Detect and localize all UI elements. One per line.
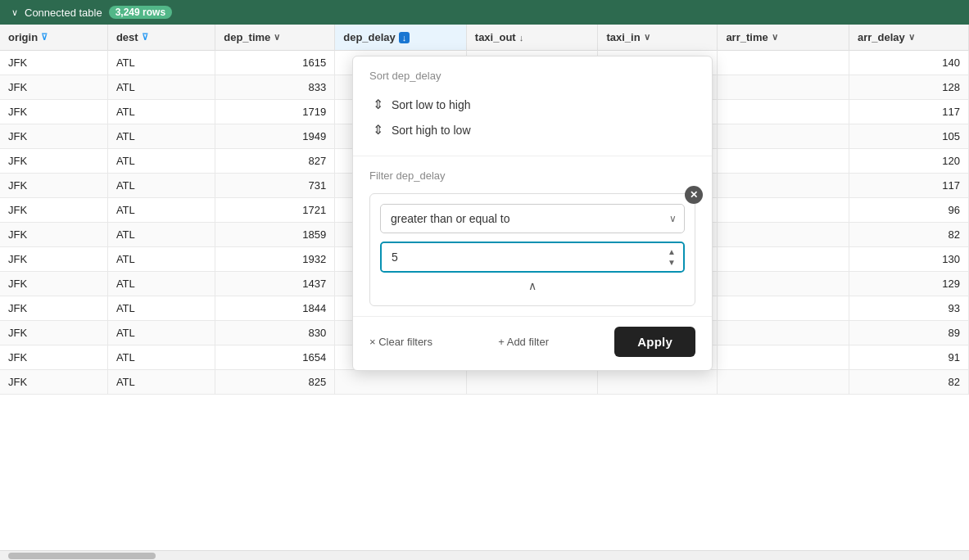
- sort-high-label: Sort high to low: [392, 124, 471, 137]
- col-header-dep-time[interactable]: dep_time ∨: [215, 25, 335, 51]
- taxi-in-label: taxi_in: [606, 31, 640, 43]
- taxi-out-sort-icon[interactable]: ↓: [519, 33, 524, 43]
- arr-delay-sort-icon[interactable]: ∨: [908, 32, 915, 43]
- sort-desc-icon: ⇕: [373, 122, 383, 138]
- banner-chevron-icon: ∨: [11, 7, 18, 18]
- dep-delay-sort-icon[interactable]: ↓: [399, 32, 410, 43]
- close-filter-button[interactable]: ✕: [685, 186, 703, 204]
- spinner-up-button[interactable]: ▲: [665, 247, 678, 257]
- collapse-row: ∧: [380, 273, 685, 296]
- sort-low-label: Sort low to high: [392, 98, 471, 111]
- dep-time-sort-icon[interactable]: ∨: [274, 32, 280, 43]
- filter-operator-select[interactable]: equalsnot equal toless thanless than or …: [380, 204, 685, 233]
- table-container: origin ⊽ dest ⊽ dep_time ∨: [0, 25, 969, 560]
- panel-footer: × Clear filters + Add filter Apply: [353, 316, 712, 370]
- origin-label: origin: [8, 31, 38, 43]
- filter-row: ✕ equalsnot equal toless thanless than o…: [369, 193, 695, 306]
- horizontal-scrollbar[interactable]: [0, 550, 969, 560]
- table-row: JFKATL82582: [0, 370, 969, 395]
- col-header-origin[interactable]: origin ⊽: [0, 25, 107, 51]
- origin-filter-icon[interactable]: ⊽: [41, 32, 48, 43]
- scrollbar-thumb[interactable]: [8, 553, 156, 559]
- arr-delay-label: arr_delay: [858, 31, 905, 43]
- col-header-dep-delay[interactable]: dep_delay ↓: [335, 25, 467, 51]
- col-header-taxi-in[interactable]: taxi_in ∨: [598, 25, 718, 51]
- dep-delay-label: dep_delay: [343, 31, 396, 43]
- spinner-down-button[interactable]: ▼: [665, 258, 678, 268]
- filter-section: Filter dep_delay ✕ equalsnot equal toles…: [353, 156, 712, 316]
- col-header-arr-time[interactable]: arr_time ∨: [718, 25, 849, 51]
- filter-operator-wrapper: equalsnot equal toless thanless than or …: [380, 204, 685, 233]
- dep-time-label: dep_time: [224, 31, 270, 43]
- collapse-filter-button[interactable]: ∧: [528, 279, 537, 292]
- table-header-row: origin ⊽ dest ⊽ dep_time ∨: [0, 25, 969, 51]
- col-header-arr-delay[interactable]: arr_delay ∨: [849, 25, 968, 51]
- col-header-dest[interactable]: dest ⊽: [107, 25, 215, 51]
- sort-filter-panel: Sort dep_delay ⇕ Sort low to high ⇕ Sort…: [352, 56, 713, 371]
- filter-value-wrapper: ▲ ▼: [380, 242, 685, 273]
- sort-low-to-high-option[interactable]: ⇕ Sort low to high: [369, 92, 695, 117]
- row-count-badge: 3,249 rows: [109, 6, 172, 19]
- arr-time-label: arr_time: [726, 31, 768, 43]
- arr-time-sort-icon[interactable]: ∨: [772, 32, 778, 43]
- clear-filters-button[interactable]: × Clear filters: [369, 336, 432, 348]
- dest-label: dest: [116, 31, 138, 43]
- input-spinners: ▲ ▼: [665, 247, 678, 268]
- taxi-in-sort-icon[interactable]: ∨: [644, 32, 650, 43]
- filter-section-title: Filter dep_delay: [369, 169, 695, 182]
- filter-value-input[interactable]: [382, 243, 683, 271]
- connected-table-banner: ∨ Connected table 3,249 rows: [0, 0, 969, 25]
- banner-label: Connected table: [25, 7, 102, 19]
- taxi-out-label: taxi_out: [475, 31, 516, 43]
- sort-asc-icon: ⇕: [373, 97, 383, 112]
- dest-filter-icon[interactable]: ⊽: [142, 32, 148, 43]
- sort-high-to-low-option[interactable]: ⇕ Sort high to low: [369, 117, 695, 142]
- col-header-taxi-out[interactable]: taxi_out ↓: [466, 25, 598, 51]
- add-filter-button[interactable]: + Add filter: [498, 336, 549, 348]
- sort-section-title: Sort dep_delay: [369, 70, 695, 82]
- sort-section: Sort dep_delay ⇕ Sort low to high ⇕ Sort…: [353, 56, 712, 156]
- apply-button[interactable]: Apply: [614, 327, 695, 357]
